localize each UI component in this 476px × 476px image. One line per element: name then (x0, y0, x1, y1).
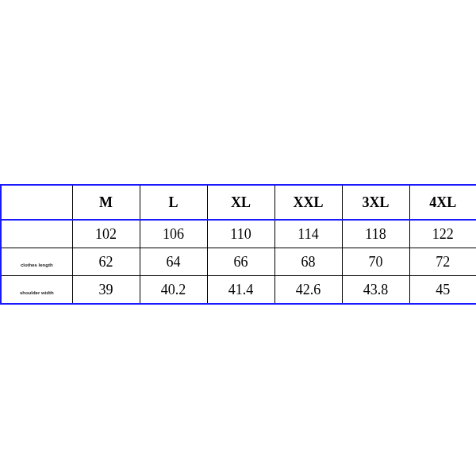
table-row: 102 106 110 114 118 122 (1, 220, 476, 248)
cell: 42.6 (274, 276, 342, 305)
cell: 41.4 (207, 276, 274, 305)
cell: 64 (140, 248, 207, 276)
size-table: M L XL XXL 3XL 4XL 102 106 110 114 118 1… (0, 184, 476, 305)
header-size: XXL (274, 185, 342, 220)
header-size: 4XL (409, 185, 476, 220)
cell: 62 (72, 248, 140, 276)
header-blank (1, 185, 72, 220)
table-row: clothes length 62 64 66 68 70 72 (1, 248, 476, 276)
cell: 122 (409, 220, 476, 248)
header-size: M (72, 185, 140, 220)
cell: 102 (72, 220, 140, 248)
cell: 43.8 (342, 276, 409, 305)
cell: 114 (274, 220, 342, 248)
row-label-text: clothes length (21, 263, 53, 267)
table-header-row: M L XL XXL 3XL 4XL (1, 185, 476, 220)
cell: 40.2 (140, 276, 207, 305)
row-label-text: shoulder width (20, 290, 54, 295)
row-label: clothes length (1, 248, 72, 276)
cell: 39 (72, 276, 140, 305)
page: M L XL XXL 3XL 4XL 102 106 110 114 118 1… (0, 0, 476, 476)
cell: 106 (140, 220, 207, 248)
cell: 66 (207, 248, 274, 276)
row-label (1, 220, 72, 248)
cell: 72 (409, 248, 476, 276)
cell: 118 (342, 220, 409, 248)
cell: 110 (207, 220, 274, 248)
header-size: 3XL (342, 185, 409, 220)
header-size: XL (207, 185, 274, 220)
header-size: L (140, 185, 207, 220)
cell: 68 (274, 248, 342, 276)
table-row: shoulder width 39 40.2 41.4 42.6 43.8 45 (1, 276, 476, 305)
cell: 70 (342, 248, 409, 276)
row-label: shoulder width (1, 276, 72, 305)
cell: 45 (409, 276, 476, 305)
